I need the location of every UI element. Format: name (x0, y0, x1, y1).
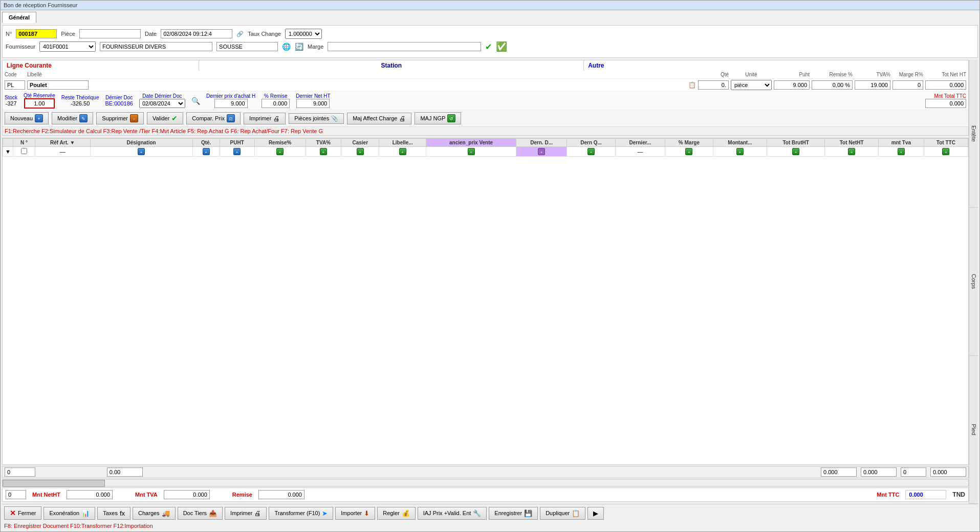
taux-change-select[interactable]: 1.000000 (285, 29, 322, 39)
col-mnt-tva[interactable]: mnt Tva (879, 139, 924, 147)
filter-funnel[interactable]: ▼ (3, 147, 13, 157)
check-icon[interactable]: ✔ (485, 42, 492, 52)
filter-n[interactable]: + (90, 147, 192, 157)
extra-button[interactable]: ▶ (587, 507, 604, 520)
filter-remise[interactable]: + (341, 147, 379, 157)
col-designation[interactable]: Désignation (90, 139, 192, 147)
nouveau-button[interactable]: Nouveau + (5, 112, 49, 124)
doc-tiers-button[interactable]: Doc Tiers 📤 (178, 507, 223, 520)
iaj-prix-button[interactable]: IAJ Prix +Valid. Ent 🔧 (418, 507, 487, 520)
col-tot-ttc[interactable]: Tot TTC (924, 139, 968, 147)
table-container[interactable]: N ° Réf Art. ▼ Désignation Qté. PUHT Rem… (2, 138, 969, 465)
filter-qte[interactable]: + (254, 147, 306, 157)
col-puht[interactable]: PUHT (220, 139, 254, 147)
imprimer-button[interactable]: Imprimer 🖨 (244, 113, 286, 124)
col-dern-d[interactable]: Dern. D... (516, 139, 567, 147)
valider-button[interactable]: Valider ✔ (147, 112, 183, 124)
fournisseur-select[interactable]: 401F0001 (39, 41, 96, 52)
filter-ref[interactable]: + (192, 147, 220, 157)
maj-affect-charge-button[interactable]: Maj Affect Charge 🖨 (347, 113, 411, 124)
counter-input[interactable] (6, 490, 26, 499)
summary-input3[interactable] (821, 467, 857, 477)
exoneration-button[interactable]: Exonération 📊 (43, 507, 95, 520)
filter-tot-brut[interactable]: + (825, 147, 879, 157)
taxes-button[interactable]: Taxes fx (97, 507, 130, 520)
sidebar-corps[interactable]: Corps (969, 208, 978, 356)
col-qte[interactable]: Qté. (192, 139, 220, 147)
filter-marge[interactable]: + (713, 147, 767, 157)
col-n[interactable]: N ° (13, 139, 35, 147)
date-input[interactable] (161, 29, 232, 38)
mnt-tva-input[interactable] (164, 490, 210, 499)
col-tot-net[interactable]: Tot NetHT (825, 139, 879, 147)
dernier-prix-input[interactable] (214, 99, 248, 108)
globe-icon[interactable]: 🌐 (282, 42, 291, 51)
col-ancien-prix[interactable]: ancien_prix Vente (426, 139, 516, 147)
col-marge[interactable]: % Marge (665, 139, 713, 147)
dernier-net-ht-input[interactable] (296, 99, 330, 108)
summary-input4[interactable] (861, 467, 897, 477)
col-remise[interactable]: Remise% (254, 139, 306, 147)
col-montant[interactable]: Montant... (713, 139, 767, 147)
puht-input[interactable] (774, 80, 810, 90)
filter-checkbox[interactable] (13, 147, 35, 157)
pieces-jointes-button[interactable]: Pièces jointes 📎 (289, 113, 344, 124)
remise-input[interactable] (812, 80, 853, 90)
filter-libelle[interactable]: + (516, 147, 567, 157)
hscroll-thumb[interactable] (3, 480, 105, 487)
fermer-button[interactable]: ✕ Fermer (4, 506, 41, 520)
col-ref-art[interactable]: Réf Art. ▼ (35, 139, 90, 147)
filter-montant[interactable]: + (767, 147, 825, 157)
refresh-icon[interactable]: 🔄 (295, 42, 303, 51)
fournisseur-city-input[interactable] (216, 42, 278, 51)
sidebar-entete[interactable]: Entête (969, 60, 978, 208)
summary-input1[interactable] (5, 467, 35, 477)
maj-ngp-button[interactable]: MAJ NGP ↺ (415, 112, 461, 124)
col-libelle[interactable]: Libelle... (379, 139, 426, 147)
attach-icon[interactable]: 🔗 (236, 31, 244, 37)
hscroll[interactable] (2, 479, 969, 486)
col-dernier[interactable]: Dernier... (616, 139, 665, 147)
unite-select[interactable]: pièce (731, 80, 772, 90)
charges-button[interactable]: Charges 🚚 (133, 507, 176, 520)
libelle-input[interactable] (27, 80, 89, 90)
transformer-button[interactable]: Transformer (F10) ➤ (269, 507, 333, 520)
marge-input[interactable] (328, 42, 481, 51)
n-input[interactable] (16, 29, 57, 38)
tva-input[interactable] (855, 80, 890, 90)
filter-puht[interactable]: + (306, 147, 341, 157)
mnt-total-ttc-input[interactable] (925, 99, 966, 108)
search-icon[interactable]: 🔍 (191, 97, 200, 105)
qte-reservee-input[interactable] (24, 98, 55, 109)
filter-mnt-tva[interactable]: + (879, 147, 924, 157)
imprimer-toolbar-button[interactable]: Imprimer 🖨 (225, 507, 267, 520)
filter-desig[interactable]: + (220, 147, 254, 157)
filter-dern-d[interactable]: + (567, 147, 616, 157)
remise-total-input[interactable] (258, 490, 304, 499)
col-casier[interactable]: Casier (341, 139, 379, 147)
marge-r-input[interactable] (892, 80, 923, 90)
copy-icon[interactable]: 📋 (688, 81, 696, 89)
fournisseur-name-input[interactable] (100, 42, 212, 51)
green-circle-icon[interactable]: ✅ (496, 41, 507, 52)
regler-button[interactable]: Regler 💰 (377, 507, 415, 520)
tot-net-ht-input[interactable] (925, 80, 966, 90)
tab-general[interactable]: Général (2, 12, 36, 23)
col-tva[interactable]: TVA% (306, 139, 341, 147)
enregistrer-button[interactable]: Enregistrer 💾 (489, 507, 538, 520)
filter-tva[interactable]: + (379, 147, 426, 157)
filter-casier[interactable]: + (426, 147, 516, 157)
sidebar-pied[interactable]: Pied (969, 356, 978, 504)
piece-input[interactable] (79, 29, 141, 38)
col-tot-brut[interactable]: Tot BrutHT (767, 139, 825, 147)
summary-input5[interactable] (901, 467, 926, 477)
dupliquer-button[interactable]: Dupliquer 📋 (540, 507, 585, 520)
mnt-net-ht-input[interactable] (67, 490, 113, 499)
pct-remise-input[interactable] (262, 99, 290, 108)
date-dernier-doc-select[interactable]: 02/08/2024 (139, 99, 185, 108)
col-dern-q[interactable]: Dern Q... (567, 139, 616, 147)
importer-button[interactable]: Importer ⬇ (335, 507, 375, 520)
filter-dernier[interactable]: + (665, 147, 713, 157)
filter-tot-ttc[interactable]: + (924, 147, 968, 157)
summary-input2[interactable] (107, 467, 143, 477)
